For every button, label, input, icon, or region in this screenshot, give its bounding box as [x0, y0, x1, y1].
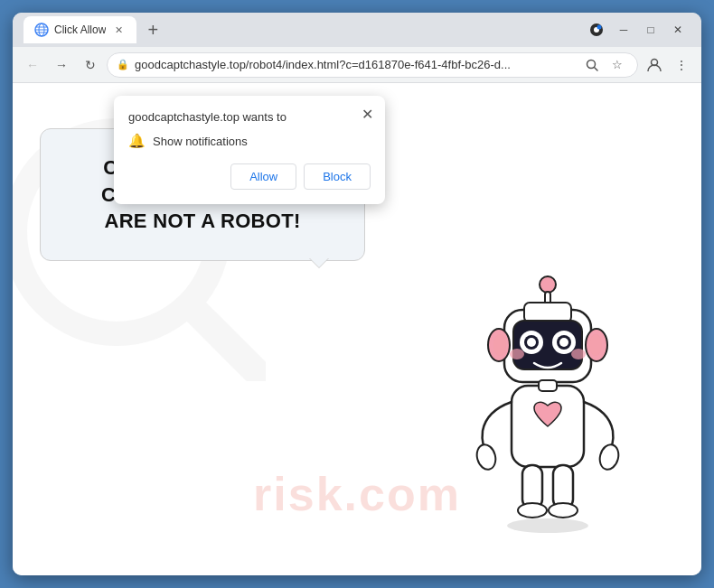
maximize-button[interactable]: □	[638, 17, 663, 42]
tab-bar: Click Allow ✕ +	[23, 16, 577, 43]
close-button[interactable]: ✕	[665, 17, 691, 42]
search-icon-button[interactable]	[581, 54, 603, 76]
chrome-notifications-button[interactable]	[584, 17, 609, 42]
popup-close-button[interactable]: ✕	[356, 103, 378, 125]
watermark-text: risk.com	[253, 467, 461, 521]
svg-point-29	[589, 334, 602, 356]
svg-point-32	[474, 443, 499, 471]
minimize-button[interactable]: ─	[611, 17, 636, 42]
svg-point-27	[493, 334, 506, 356]
svg-point-25	[571, 349, 586, 359]
title-bar: Click Allow ✕ + ─ □ ✕	[13, 13, 701, 47]
svg-point-7	[597, 25, 602, 30]
popup-notification-label: Show notifications	[153, 135, 248, 148]
popup-site-text: goodcaptchastyle.top wants to	[128, 110, 371, 124]
block-button[interactable]: Block	[304, 163, 371, 190]
svg-point-38	[507, 518, 588, 533]
svg-point-23	[559, 338, 568, 347]
svg-rect-16	[524, 303, 571, 322]
popup-notification-row: 🔔 Show notifications	[128, 133, 371, 149]
new-tab-button[interactable]: +	[140, 17, 165, 42]
address-bar[interactable]: 🔒 goodcaptchastyle.top/robot4/index.html…	[107, 52, 638, 78]
tab-favicon	[34, 23, 49, 37]
svg-point-13	[540, 276, 556, 293]
svg-point-24	[510, 349, 524, 359]
window-controls: ─ □ ✕	[584, 17, 691, 42]
popup-buttons: Allow Block	[128, 163, 371, 190]
toolbar-right: ⋮	[642, 52, 694, 78]
svg-point-37	[549, 503, 578, 518]
robot-character	[448, 268, 647, 548]
allow-button[interactable]: Allow	[230, 163, 296, 190]
menu-button[interactable]: ⋮	[669, 52, 694, 78]
profile-button[interactable]	[642, 52, 667, 78]
bookmark-button[interactable]: ☆	[606, 54, 628, 76]
svg-point-20	[527, 338, 536, 347]
svg-rect-35	[553, 465, 573, 509]
address-bar-icons: ☆	[581, 54, 628, 76]
svg-point-33	[597, 443, 622, 471]
back-button[interactable]: ←	[20, 52, 45, 78]
content-area: ✕ goodcaptchastyle.top wants to 🔔 Show n…	[13, 83, 701, 575]
lock-icon: 🔒	[117, 59, 129, 70]
notification-popup: ✕ goodcaptchastyle.top wants to 🔔 Show n…	[114, 96, 385, 204]
svg-rect-31	[539, 380, 557, 391]
active-tab[interactable]: Click Allow ✕	[23, 16, 136, 43]
bell-icon: 🔔	[128, 133, 146, 149]
robot-svg	[448, 268, 647, 548]
tab-close-button[interactable]: ✕	[111, 23, 126, 37]
forward-button[interactable]: →	[49, 52, 74, 78]
svg-rect-34	[522, 465, 542, 509]
svg-line-9	[595, 67, 598, 70]
toolbar: ← → ↻ 🔒 goodcaptchastyle.top/robot4/inde…	[13, 47, 701, 83]
address-text: goodcaptchastyle.top/robot4/index.html?c…	[135, 58, 576, 71]
tab-title-label: Click Allow	[54, 23, 106, 36]
svg-line-12	[195, 311, 259, 375]
browser-window: Click Allow ✕ + ─ □ ✕ ← → ↻ 🔒 good	[13, 13, 701, 575]
reload-button[interactable]: ↻	[78, 52, 103, 78]
svg-point-36	[518, 503, 547, 518]
